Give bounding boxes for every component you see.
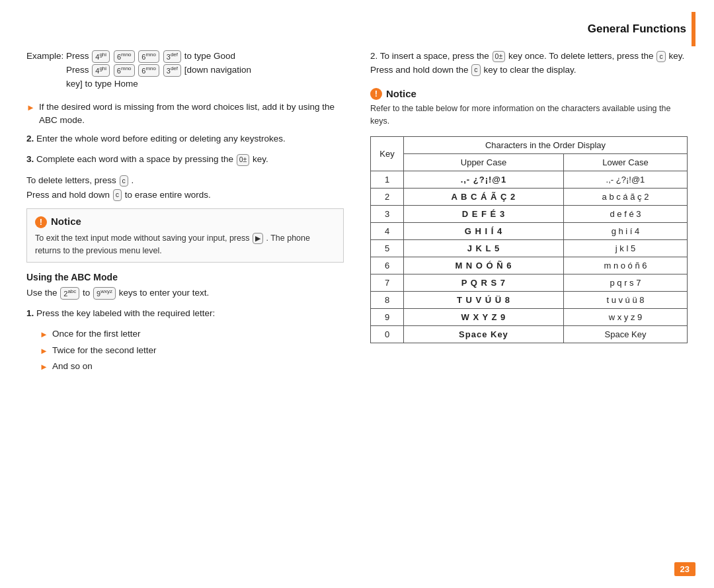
- bullet-word-missing-text: If the desired word is missing from the …: [39, 101, 344, 128]
- delete-text-1: To delete letters, press: [26, 175, 119, 185]
- table-cell-lower: j k l 5: [563, 240, 687, 257]
- num-item-2: 2. Enter the whole word before editing o…: [26, 132, 344, 146]
- bullet-arrow-abc-3: ►: [40, 360, 48, 374]
- abc-keys-text: keys to enter your text.: [119, 288, 210, 298]
- table-cell-upper: A B C Á Ã Ç 2: [404, 189, 564, 206]
- key-9wxyz: 9wxyz: [93, 287, 116, 300]
- notice-label-2: Notice: [386, 88, 416, 99]
- abc-step1: 1. Press the key labeled with the requir…: [26, 307, 344, 321]
- abc-bullet-2-text: Twice for the second letter: [52, 344, 157, 357]
- notice-box-1: ! Notice To exit the text input mode wit…: [26, 208, 344, 263]
- key-6mno-3: 6mno: [114, 64, 135, 77]
- table-cell-upper: T U V Ú Ü 8: [404, 292, 564, 309]
- table-cell-lower: .,- ¿?¡!@1: [563, 171, 687, 189]
- example-text-end: to type Good: [184, 51, 235, 61]
- step2-num: 2.: [370, 51, 380, 61]
- delete-lines: To delete letters, press c . Press and h…: [26, 173, 344, 202]
- table-cell-key: 6: [371, 257, 404, 274]
- step2-text-final: key to clear the display.: [483, 65, 576, 75]
- key-0plus-right: 0±: [493, 51, 506, 63]
- delete-text-2: Press and hold down: [26, 190, 112, 200]
- key-return: ▶: [253, 233, 263, 245]
- header: General Functions: [0, 0, 714, 46]
- table-cell-upper: Space Key: [404, 326, 564, 343]
- table-row: 9W X Y Z 9w x y z 9: [371, 309, 688, 326]
- key-2abc: 2abc: [60, 287, 79, 300]
- abc-bullets: ► Once for the first letter ► Twice for …: [26, 327, 344, 374]
- key-6mno-2: 6mno: [138, 50, 159, 63]
- table-header-key: Key: [371, 137, 404, 171]
- table-row: 0Space KeySpace Key: [371, 326, 688, 343]
- table-cell-upper: W X Y Z 9: [404, 309, 564, 326]
- table-cell-upper: J K L 5: [404, 240, 564, 257]
- table-cell-lower: g h i í 4: [563, 223, 687, 240]
- abc-bullet-3-text: And so on: [52, 360, 93, 373]
- notice-box-2-wrapper: ! Notice Refer to the table below for mo…: [370, 88, 688, 128]
- notice-icon-1: !: [35, 216, 47, 228]
- notice-title-2: ! Notice: [370, 88, 688, 100]
- example-press-2: Press: [26, 65, 91, 75]
- abc-intro: Use the 2abc to 9wxyz keys to enter your…: [26, 286, 344, 300]
- table-row: 4G H I Í 4g h i í 4: [371, 223, 688, 240]
- num-2-text: Enter the whole word before editing or d…: [36, 134, 286, 144]
- delete-text-dot: .: [132, 175, 134, 185]
- key-4ghi: 4ghi: [92, 50, 110, 63]
- key-6mno-4: 6mno: [138, 64, 159, 77]
- step2-text-start: To insert a space, press the: [380, 51, 492, 61]
- table-cell-key: 3: [371, 206, 404, 223]
- key-c-right-2: c: [471, 64, 480, 76]
- table-cell-key: 2: [371, 189, 404, 206]
- table-cell-key: 8: [371, 292, 404, 309]
- notice-title-1: ! Notice: [35, 214, 335, 230]
- num-3: 3.: [26, 154, 36, 164]
- key-4ghi-2: 4ghi: [92, 64, 110, 77]
- abc-bullet-2: ► Twice for the second letter: [40, 344, 344, 358]
- table-row: 3D E F É 3d e f é 3: [371, 206, 688, 223]
- table-cell-lower: t u v ú ü 8: [563, 292, 687, 309]
- left-column: Example: Press 4ghi 6mno 6mno 3def to ty…: [26, 50, 350, 562]
- abc-bullet-1: ► Once for the first letter: [40, 327, 344, 341]
- bullet-arrow-1: ►: [26, 101, 35, 114]
- table-row: 2A B C Á Ã Ç 2a b c á ã ç 2: [371, 189, 688, 206]
- num-item-3: 3. Complete each word with a space by pr…: [26, 153, 344, 167]
- char-table: Key Characters in the Order Display Uppe…: [370, 136, 688, 343]
- abc-bullet-3: ► And so on: [40, 360, 344, 374]
- table-cell-upper: P Q R S 7: [404, 274, 564, 292]
- num-3-text2: key.: [253, 154, 268, 164]
- table-cell-key: 4: [371, 223, 404, 240]
- table-header-lower: Lower Case: [563, 154, 687, 171]
- key-0plus: 0±: [237, 154, 250, 166]
- abc-bullet-1-text: Once for the first letter: [52, 327, 141, 341]
- example-nav: [down navigation: [184, 65, 251, 75]
- num-3-text: Complete each word with a space by press…: [36, 154, 233, 164]
- table-cell-upper: M N O Ó Ñ 6: [404, 257, 564, 274]
- table-cell-lower: p q r s 7: [563, 274, 687, 292]
- step2-text-mid: key once. To delete letters, press the: [508, 51, 656, 61]
- abc-to: to: [83, 288, 93, 298]
- table-cell-upper: G H I Í 4: [404, 223, 564, 240]
- example-text: Example: Press: [26, 51, 91, 61]
- num-2: 2.: [26, 134, 36, 144]
- key-3def-2: 3def: [163, 64, 181, 77]
- table-cell-upper: D E F É 3: [404, 206, 564, 223]
- delete-text-3: to erase entire words.: [125, 190, 211, 200]
- key-c-right: c: [656, 51, 665, 63]
- abc-step1-text: Press the key labeled with the required …: [36, 308, 215, 318]
- right-column: 2. To insert a space, press the 0± key o…: [370, 50, 688, 562]
- table-cell-upper: .,- ¿?¡!@1: [404, 171, 564, 189]
- key-3def: 3def: [163, 50, 181, 63]
- abc-step1-num: 1.: [26, 308, 36, 318]
- table-cell-lower: w x y z 9: [563, 309, 687, 326]
- bullet-arrow-abc-1: ►: [40, 328, 48, 341]
- header-title: General Functions: [588, 22, 692, 36]
- bullet-arrow-abc-2: ►: [40, 345, 48, 358]
- table-row: 1.,- ¿?¡!@1.,- ¿?¡!@1: [371, 171, 688, 189]
- notice-label-1: Notice: [51, 214, 81, 230]
- main-content: Example: Press 4ghi 6mno 6mno 3def to ty…: [26, 50, 688, 562]
- notice-text-2: Refer to the table below for more inform…: [370, 103, 688, 128]
- abc-intro-text: Use the: [26, 288, 60, 298]
- key-c-hold: c: [113, 189, 122, 201]
- table-cell-key: 9: [371, 309, 404, 326]
- abc-mode-heading: Using the ABC Mode: [26, 272, 344, 282]
- table-cell-key: 0: [371, 326, 404, 343]
